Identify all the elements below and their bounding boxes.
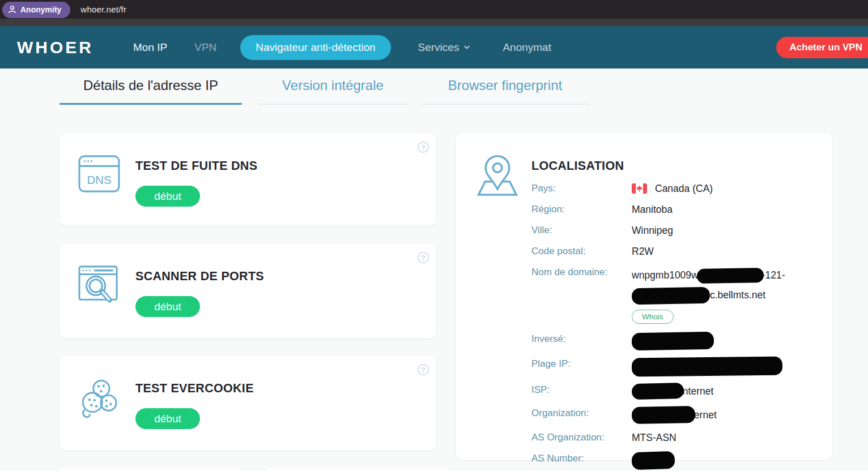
evercookie-start-button[interactable]: début <box>135 408 200 429</box>
nav-anonymat[interactable]: Anonymat <box>503 41 551 54</box>
cookies-icon <box>78 377 122 421</box>
whoer-page: Anonymity whoer.net/fr WHOER Mon IP VPN … <box>0 0 868 471</box>
buy-vpn-button[interactable]: Acheter un VPN <box>776 37 868 58</box>
domain-line-2: ic.bellmts.net <box>632 285 785 305</box>
domain-line-1: wnpgmb1009w-121- <box>632 266 785 285</box>
nav-mon-ip[interactable]: Mon IP <box>133 41 167 54</box>
test-title: TEST EVERCOOKIE <box>135 382 254 396</box>
whoer-logo[interactable]: WHOER <box>17 38 93 57</box>
isp-value: Internet <box>680 386 713 397</box>
row-pays: Pays: Canada (CA) <box>531 182 820 195</box>
browser-toolbar-strip <box>0 19 868 26</box>
dns-window-icon: DNS <box>78 155 122 199</box>
page-tabs: Détails de l'adresse IP Version intégral… <box>0 72 868 105</box>
dns-leak-test-card: ? DNS TEST DE FUITE DNS début <box>59 133 436 225</box>
row-as-number: AS Number: <box>531 452 820 469</box>
partial-card <box>59 468 241 471</box>
port-scan-icon <box>78 265 122 309</box>
row-isp: ISP: Internet <box>531 383 820 399</box>
tab-browser-fingerprint[interactable]: Browser fingerprint <box>421 72 589 105</box>
row-code-postal: Code postal: R2W <box>531 245 820 258</box>
redaction-bar <box>632 406 696 424</box>
tab-ip-details[interactable]: Détails de l'adresse IP <box>59 72 242 105</box>
row-region: Région: Manitoba <box>531 203 820 216</box>
nav-anti-detection-browser[interactable]: Navigateur anti-détection <box>240 35 390 60</box>
row-label: Ville: <box>531 224 632 237</box>
nav-services[interactable]: Services <box>418 41 471 54</box>
dns-test-start-button[interactable]: début <box>135 186 200 207</box>
pays-value: Canada (CA) <box>655 183 713 195</box>
code-postal-value: R2W <box>632 245 654 258</box>
test-title: SCANNER DE PORTS <box>135 269 264 284</box>
nav-services-label: Services <box>418 41 459 54</box>
row-plage-ip: Plage IP: <box>531 357 820 376</box>
row-label: AS Number: <box>531 452 632 469</box>
redaction-bar <box>697 268 764 284</box>
canada-flag-icon <box>632 183 647 194</box>
row-label: AS Organization: <box>531 431 632 444</box>
port-scan-start-button[interactable]: début <box>135 296 200 317</box>
ville-value: Winnipeg <box>632 224 673 237</box>
whois-button[interactable]: Whois <box>632 310 674 324</box>
row-label: Inversé: <box>531 332 632 350</box>
chevron-down-icon <box>463 45 470 49</box>
test-title: TEST DE FUITE DNS <box>135 159 257 173</box>
row-inverse: Inversé: <box>531 332 820 350</box>
help-icon[interactable]: ? <box>418 142 429 153</box>
region-value: Manitoba <box>632 203 673 216</box>
site-navbar: WHOER Mon IP VPN Navigateur anti-détecti… <box>0 26 868 68</box>
row-as-organization: AS Organization: MTS-ASN <box>531 431 820 444</box>
row-label: ISP: <box>531 383 632 399</box>
row-label: Code postal: <box>531 245 632 258</box>
browser-tab-anonymity[interactable]: Anonymity <box>2 2 70 18</box>
row-domaine: Nom de domaine: wnpgmb1009w-121- ic.bell… <box>531 266 820 325</box>
port-scanner-card: ? SCANNER DE PORTS début <box>59 243 436 338</box>
person-icon <box>8 5 16 14</box>
help-icon[interactable]: ? <box>418 252 429 263</box>
redaction-bar <box>632 357 782 377</box>
redaction-bar <box>631 451 675 470</box>
localisation-card: LOCALISATION Pays: Canada (CA) <box>456 133 832 460</box>
address-bar-url[interactable]: whoer.net/fr <box>80 5 126 14</box>
redaction-bar <box>632 383 684 400</box>
svg-text:DNS: DNS <box>87 174 111 186</box>
row-organization: Organization: ternet <box>531 406 820 423</box>
row-label: Plage IP: <box>531 357 632 376</box>
tab-full-version[interactable]: Version intégrale <box>258 72 408 105</box>
row-label: Nom de domaine: <box>531 266 632 325</box>
row-label: Pays: <box>531 182 632 195</box>
help-icon[interactable]: ? <box>418 364 429 375</box>
partial-card <box>266 468 448 471</box>
redaction-bar <box>632 287 710 305</box>
map-pin-icon <box>475 151 520 199</box>
redaction-bar <box>632 332 714 351</box>
localisation-rows: Pays: Canada (CA) Région: Manitob <box>531 182 820 471</box>
evercookie-test-card: ? TEST EVERCOOKIE début <box>59 356 436 450</box>
row-ville: Ville: Winnipeg <box>531 224 820 237</box>
localisation-title: LOCALISATION <box>531 159 624 173</box>
row-label: Organization: <box>531 406 632 423</box>
browser-tab-label: Anonymity <box>20 5 61 14</box>
as-organization-value: MTS-ASN <box>632 431 676 444</box>
nav-vpn[interactable]: VPN <box>194 41 216 54</box>
row-label: Région: <box>531 203 632 216</box>
browser-tabbar: Anonymity whoer.net/fr <box>0 0 868 19</box>
